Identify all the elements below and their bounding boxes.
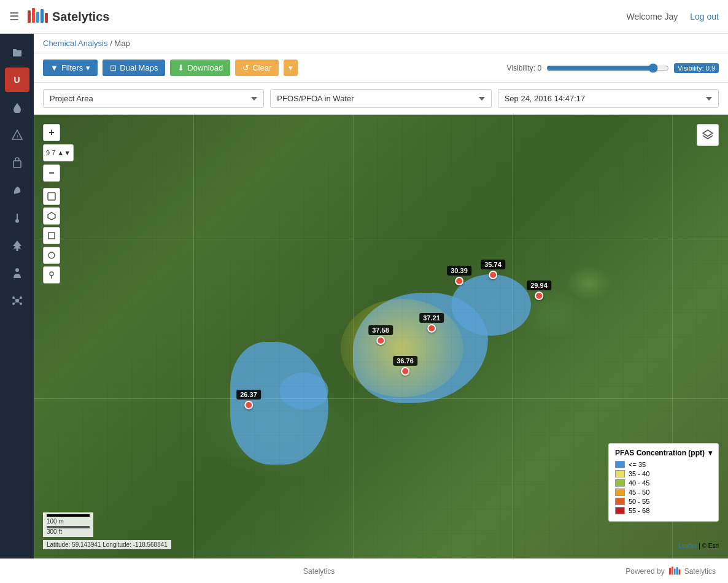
filter-icon: ▼ [50,63,58,72]
data-marker-2 [376,336,385,345]
filters-dropdown-icon: ▾ [86,63,90,72]
svg-point-12 [15,268,19,272]
scale-label-300ft: 300 ft [47,528,62,535]
data-marker-4 [427,324,436,333]
clear-icon: ↺ [242,63,249,72]
data-point-3[interactable]: 36.76 [393,356,417,376]
legend-label-6: 55 - 68 [629,507,649,514]
data-point-7[interactable]: 29.94 [527,280,551,300]
legend-color-3 [615,479,625,487]
legend-label-1: <= 35 [629,461,646,468]
zoom-in-button[interactable]: + [43,124,60,141]
sidebar-item-network[interactable] [5,288,29,313]
footer: Satelytics Powered by Satelytics [0,558,728,583]
network-icon [12,295,23,306]
svg-marker-28 [703,130,713,136]
legend-color-4 [615,488,625,496]
compass-value: 9 7 [46,149,55,156]
hamburger-icon[interactable]: ☰ [9,10,19,23]
svg-rect-29 [669,568,671,574]
data-point-1[interactable]: 26.37 [236,390,261,409]
footer-brand: Satelytics [684,567,716,576]
visibility-slider[interactable] [546,63,669,73]
sidebar-item-tree[interactable] [5,233,29,258]
thermometer-icon [14,212,20,223]
svg-rect-4 [45,13,48,23]
data-label-3: 36.76 [393,356,417,366]
legend-item-5: 50 - 55 [615,498,712,505]
legend-color-5 [615,498,625,505]
download-button[interactable]: ⬇ Download [170,60,230,76]
data-point-2[interactable]: 37.58 [368,325,393,345]
bag-icon [12,157,22,168]
more-button[interactable]: ▾ [284,60,298,76]
content: Chemical Analysis / Map ▼ Filters ▾ ⊡ Du… [34,34,728,558]
dual-maps-button[interactable]: ⊡ Dual Maps [103,60,165,76]
footer-powered-by: Powered by [625,567,664,576]
svg-point-26 [50,272,53,276]
legend-color-1 [615,461,625,468]
compass-button[interactable]: 9 7 ▲▼ [43,144,74,161]
svg-rect-22 [48,193,55,200]
toolbar: ▼ Filters ▾ ⊡ Dual Maps ⬇ Download ↺ Cle… [34,53,728,83]
draw-polygon-button[interactable] [43,207,60,225]
nav-right: Welcome Jay Log out [627,12,719,21]
legend-label-5: 50 - 55 [629,498,649,505]
sidebar-item-drops[interactable] [5,95,29,120]
draw-marker-button[interactable] [43,266,60,284]
coordinates: Latitude: 59.143941 Longitude: -118.5688… [43,540,171,549]
folder-icon [12,47,23,58]
sidebar-item-person[interactable] [5,261,29,285]
filter-bar: Project Area PFOS/PFOA in Water Sep 24, … [34,83,728,115]
legend-title: PFAS Concentration (ppt) ▾ [615,449,712,457]
scale-label-100m: 100 m [47,518,64,525]
svg-rect-24 [48,233,55,239]
data-point-4[interactable]: 37.21 [419,313,444,333]
map-container[interactable]: + 9 7 ▲▼ − [34,115,728,558]
chemical-select[interactable]: PFOS/PFOA in Water [270,89,491,108]
data-point-5[interactable]: 30.39 [447,266,471,285]
sidebar-item-bag[interactable] [5,150,29,175]
attribution: Leaflet | © Esri [678,542,719,549]
esri-text: © Esri [702,542,719,549]
date-select[interactable]: Sep 24, 2016 14:47:17 [498,89,719,108]
visibility-value: Visibility: 0.9 [674,63,719,73]
visibility-control: Visibility: 0 Visibility: 0.9 [507,63,719,73]
breadcrumb: Chemical Analysis / Map [34,34,728,53]
svg-point-8 [15,219,19,223]
data-point-6[interactable]: 35.74 [481,260,505,279]
legend-item-6: 55 - 68 [615,507,712,514]
legend-dropdown-icon[interactable]: ▾ [708,449,712,457]
svg-marker-23 [48,212,55,220]
leaflet-link[interactable]: Leaflet [678,542,697,549]
sidebar-item-user[interactable]: U [5,68,29,92]
person-icon [13,268,21,279]
data-marker-7 [535,292,543,300]
alert-icon: ! [12,129,23,141]
nav-left: ☰ Satelytics [9,6,109,28]
legend-color-2 [615,470,625,477]
project-area-select[interactable]: Project Area [43,89,264,108]
draw-square-button[interactable] [43,227,60,244]
data-label-4: 37.21 [419,313,444,323]
svg-text:!: ! [17,134,18,139]
sidebar-item-temp[interactable] [5,206,29,230]
draw-rectangle-button[interactable] [43,188,60,205]
logout-link[interactable]: Log out [690,12,719,21]
svg-rect-31 [674,568,676,574]
main-layout: U ! Chemical Analysis / [0,34,728,558]
svg-point-25 [48,252,55,258]
data-marker-3 [401,367,409,376]
draw-circle-button[interactable] [43,247,60,264]
layers-button[interactable] [697,124,719,146]
sidebar-item-leaf[interactable] [5,178,29,203]
user-icon: U [14,75,20,85]
tree-icon [12,240,22,251]
svg-rect-32 [676,567,678,574]
sidebar-item-files[interactable] [5,40,29,64]
sidebar-item-alerts[interactable]: ! [5,123,29,147]
zoom-out-button[interactable]: − [43,164,60,182]
filters-button[interactable]: ▼ Filters ▾ [43,60,98,76]
breadcrumb-parent[interactable]: Chemical Analysis [43,39,108,48]
clear-button[interactable]: ↺ Clear [235,60,279,76]
